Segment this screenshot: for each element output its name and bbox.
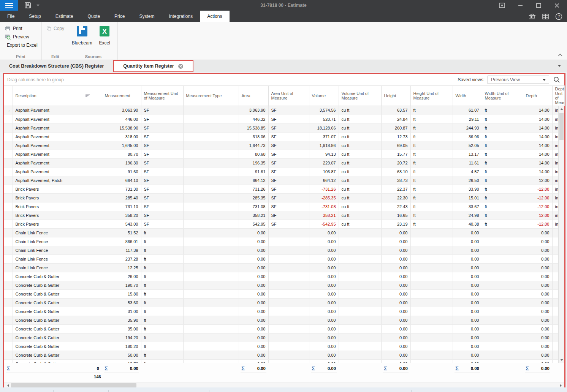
cell-measurement[interactable]: 1,645.00 xyxy=(102,141,141,150)
cell-height[interactable]: 0.00 xyxy=(381,307,410,316)
cell-description[interactable]: Concrete Curb & Gutter xyxy=(13,333,102,342)
cell-area[interactable]: 15,538.85 xyxy=(239,123,268,132)
cell-measurement[interactable]: 180.20 xyxy=(102,342,141,351)
cell-volume_uom[interactable] xyxy=(339,263,381,272)
quick-access-dropdown-icon[interactable] xyxy=(36,5,40,6)
cell-width_uom[interactable]: ft xyxy=(482,150,523,158)
cell-depth_uom[interactable]: in xyxy=(552,176,558,185)
cell-area[interactable]: 446.32 xyxy=(239,115,268,123)
cell-depth[interactable]: 14.00 xyxy=(523,115,552,123)
table-row[interactable]: Concrete Curb & Gutter53.60ft0.000.000.0… xyxy=(4,298,558,307)
cell-width_uom[interactable]: ft xyxy=(482,176,523,185)
cell-volume[interactable]: 0.00 xyxy=(309,237,339,246)
cell-measurement_uom[interactable]: ft xyxy=(141,246,183,254)
cell-depth_uom[interactable]: in xyxy=(552,141,558,150)
cell-area[interactable]: 0.00 xyxy=(239,237,268,246)
row-indicator[interactable] xyxy=(4,141,13,150)
table-row[interactable]: Chain Link Fence51.52ft0.000.000.000.000… xyxy=(4,228,558,237)
cell-depth[interactable]: 14.00 xyxy=(523,141,552,150)
cell-volume_uom[interactable]: cu ft xyxy=(339,193,381,202)
row-indicator[interactable] xyxy=(4,281,13,289)
cell-width[interactable]: 29.11 xyxy=(453,115,482,123)
cell-height[interactable]: 23.19 xyxy=(381,220,410,228)
table-row[interactable]: Concrete Curb & Gutter26.00ft0.000.000.0… xyxy=(4,272,558,281)
cell-area_uom[interactable] xyxy=(268,254,309,263)
cell-area[interactable]: 0.00 xyxy=(239,263,268,272)
library-icon[interactable] xyxy=(529,13,536,20)
cell-volume[interactable]: 0.00 xyxy=(309,263,339,272)
cell-area[interactable]: 542.95 xyxy=(239,220,268,228)
cell-width_uom[interactable] xyxy=(482,324,523,333)
cell-measurement[interactable]: 866.01 xyxy=(102,237,141,246)
table-row[interactable]: Asphalt Pavement80.70SF80.68SF94.13cu ft… xyxy=(4,150,558,158)
cell-width[interactable]: 0.00 xyxy=(453,351,482,359)
cell-volume[interactable]: -731.08 xyxy=(309,202,339,211)
cell-area_uom[interactable]: SF xyxy=(268,123,309,132)
cell-volume_uom[interactable]: cu ft xyxy=(339,185,381,193)
table-row[interactable]: →Asphalt Pavement3,063.90SF3,063.90SF3,5… xyxy=(4,106,558,115)
cell-measurement[interactable]: 285.40 xyxy=(102,193,141,202)
cell-volume[interactable]: 0.00 xyxy=(309,246,339,254)
minimize-button[interactable] xyxy=(516,2,524,9)
cell-area[interactable]: 0.00 xyxy=(239,307,268,316)
cell-description[interactable]: Concrete Curb & Gutter xyxy=(13,316,102,324)
cell-volume_uom[interactable] xyxy=(339,246,381,254)
cell-measurement_type[interactable] xyxy=(183,324,239,333)
cell-volume_uom[interactable]: cu ft xyxy=(339,132,381,141)
cell-height_uom[interactable]: ft xyxy=(410,141,453,150)
cell-depth[interactable]: 0.00 xyxy=(523,307,552,316)
cell-description[interactable]: Concrete Curb & Gutter xyxy=(13,359,102,363)
cell-area[interactable]: 731.26 xyxy=(239,185,268,193)
row-indicator[interactable] xyxy=(4,202,13,211)
cell-volume_uom[interactable] xyxy=(339,228,381,237)
cell-measurement_uom[interactable]: ft xyxy=(141,289,183,298)
cell-height_uom[interactable] xyxy=(410,324,453,333)
cell-height[interactable]: 22.37 xyxy=(381,185,410,193)
row-indicator[interactable] xyxy=(4,115,13,123)
cell-measurement_uom[interactable]: SF xyxy=(141,150,183,158)
cell-area_uom[interactable]: SF xyxy=(268,176,309,185)
row-indicator[interactable] xyxy=(4,176,13,185)
table-row[interactable]: Concrete Curb & Gutter35.00ft0.000.000.0… xyxy=(4,324,558,333)
cell-volume[interactable]: -285.35 xyxy=(309,193,339,202)
cell-height[interactable]: 63.10 xyxy=(381,167,410,176)
cell-width_uom[interactable] xyxy=(482,237,523,246)
cell-depth_uom[interactable]: in xyxy=(552,158,558,167)
cell-width_uom[interactable] xyxy=(482,333,523,342)
cell-volume_uom[interactable]: cu ft xyxy=(339,220,381,228)
cell-measurement_uom[interactable]: ft xyxy=(141,281,183,289)
cell-width_uom[interactable]: ft xyxy=(482,115,523,123)
cell-depth[interactable]: 0.00 xyxy=(523,246,552,254)
cell-width[interactable]: 0.00 xyxy=(453,307,482,316)
cell-volume_uom[interactable]: cu ft xyxy=(339,106,381,115)
table-row[interactable]: Concrete Curb & Gutter31.00ft0.000.000.0… xyxy=(4,307,558,316)
cell-height[interactable]: 38.73 xyxy=(381,176,410,185)
cell-width[interactable]: 0.00 xyxy=(453,289,482,298)
cell-area_uom[interactable]: SF xyxy=(268,202,309,211)
cell-area[interactable]: 80.68 xyxy=(239,150,268,158)
cell-height[interactable]: 24.84 xyxy=(381,115,410,123)
cell-description[interactable]: Concrete Curb & Gutter xyxy=(13,289,102,298)
cell-depth[interactable]: 12.00 xyxy=(523,176,552,185)
cell-area_uom[interactable] xyxy=(268,281,309,289)
cell-measurement_uom[interactable]: SF xyxy=(141,185,183,193)
cell-depth_uom[interactable] xyxy=(552,298,558,307)
cell-volume[interactable]: 0.00 xyxy=(309,281,339,289)
cell-measurement[interactable]: 358.20 xyxy=(102,211,141,220)
table-row[interactable]: Chain Link Fence237.28ft0.000.000.000.00… xyxy=(4,254,558,263)
cell-volume[interactable]: 3,574.56 xyxy=(309,106,339,115)
cell-measurement_uom[interactable]: ft xyxy=(141,298,183,307)
cell-measurement_type[interactable] xyxy=(183,298,239,307)
cell-depth[interactable]: 0.00 xyxy=(523,281,552,289)
summary-height[interactable]: Σ0.00 xyxy=(383,365,409,373)
cell-width_uom[interactable]: ft xyxy=(482,202,523,211)
cell-description[interactable]: Asphalt Pavement xyxy=(13,167,102,176)
cell-height[interactable]: 0.00 xyxy=(381,316,410,324)
cell-area_uom[interactable]: SF xyxy=(268,106,309,115)
row-indicator[interactable] xyxy=(4,272,13,281)
cell-volume[interactable]: 0.00 xyxy=(309,324,339,333)
row-indicator[interactable] xyxy=(4,132,13,141)
row-indicator[interactable] xyxy=(4,359,13,363)
cell-height[interactable]: 0.00 xyxy=(381,289,410,298)
tab-list-dropdown-icon[interactable] xyxy=(558,65,561,67)
